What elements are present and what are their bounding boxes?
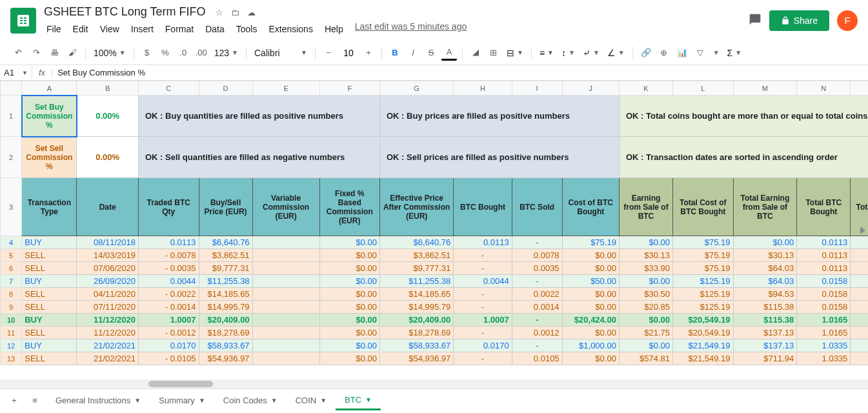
- formula-input[interactable]: Set Buy Commission %: [52, 66, 868, 79]
- cell[interactable]: SELL: [22, 262, 77, 275]
- column-header[interactable]: Transaction Type: [22, 178, 77, 236]
- cell[interactable]: $0.00: [619, 339, 672, 352]
- col-header-B[interactable]: B: [77, 81, 139, 96]
- redo-button[interactable]: ↷: [28, 45, 44, 61]
- document-title[interactable]: GSHEET BTC Long Term FIFO: [41, 4, 208, 20]
- col-header-C[interactable]: C: [139, 81, 199, 96]
- cell[interactable]: $0.00: [733, 236, 797, 249]
- dec-increase-button[interactable]: .00: [194, 45, 209, 61]
- col-header-K[interactable]: K: [619, 81, 672, 96]
- cell[interactable]: $0.00: [619, 314, 672, 327]
- cell-G1[interactable]: OK : Buy prices are filled as positive n…: [380, 96, 620, 137]
- font-size-minus[interactable]: −: [321, 45, 336, 61]
- cell[interactable]: [252, 352, 319, 365]
- cell[interactable]: 0.0022: [512, 288, 562, 301]
- sheet-tab-summary[interactable]: Summary ▼: [150, 391, 214, 410]
- cell[interactable]: 1.0165: [797, 327, 851, 339]
- cell[interactable]: 07/11/2020: [77, 301, 139, 314]
- cell[interactable]: 11/12/2020: [77, 327, 139, 339]
- cell[interactable]: $20,409.00: [199, 314, 252, 327]
- cell[interactable]: - 0.0014: [139, 301, 199, 314]
- cell[interactable]: [851, 301, 868, 314]
- sheet-tab-general-instructions[interactable]: General Instructions ▼: [46, 391, 150, 410]
- cell[interactable]: $0.00: [319, 339, 380, 352]
- col-header-E[interactable]: E: [252, 81, 319, 96]
- cell[interactable]: $64.03: [733, 262, 797, 275]
- col-header-M[interactable]: M: [733, 81, 797, 96]
- column-header[interactable]: Effective Price After Commission (EUR): [380, 178, 454, 236]
- col-header-L[interactable]: L: [673, 81, 734, 96]
- functions-button[interactable]: Σ▼: [725, 46, 745, 59]
- cell[interactable]: - 0.0022: [139, 288, 199, 301]
- cell[interactable]: $137.13: [733, 327, 797, 339]
- borders-button[interactable]: ⊞: [486, 45, 501, 61]
- cell[interactable]: $20,549.19: [673, 327, 734, 339]
- cell[interactable]: [252, 339, 319, 352]
- percent-button[interactable]: %: [157, 45, 173, 61]
- print-button[interactable]: 🖶: [46, 45, 62, 61]
- text-color-button[interactable]: A: [441, 45, 457, 61]
- cell[interactable]: $20.85: [619, 301, 672, 314]
- cell-A2[interactable]: Set Sell Commission %: [22, 137, 77, 178]
- cell[interactable]: $30.13: [733, 249, 797, 262]
- cell[interactable]: [851, 314, 868, 327]
- row-header[interactable]: 11: [1, 327, 22, 339]
- cell-C2[interactable]: OK : Sell quantities are filled as negat…: [139, 137, 380, 178]
- column-header[interactable]: Earning from Sale of BTC: [619, 178, 672, 236]
- sheet-tab-btc[interactable]: BTC ▼: [336, 391, 381, 410]
- cell[interactable]: $0.00: [319, 236, 380, 249]
- cell[interactable]: SELL: [22, 352, 77, 365]
- wrap-button[interactable]: ⤶▼: [580, 46, 602, 59]
- cell[interactable]: $20,424.00: [562, 314, 619, 327]
- row-header[interactable]: 10: [1, 314, 22, 327]
- paint-format-button[interactable]: 🖌: [65, 45, 80, 61]
- cell[interactable]: $0.00: [319, 249, 380, 262]
- merge-button[interactable]: ⊟▼: [504, 46, 526, 59]
- cell[interactable]: 0.0158: [797, 301, 851, 314]
- cell[interactable]: $0.00: [562, 327, 619, 339]
- cell[interactable]: $0.00: [319, 262, 380, 275]
- cell[interactable]: - 0.0078: [139, 249, 199, 262]
- cell[interactable]: $0.00: [619, 275, 672, 288]
- cell[interactable]: 08/11/2018: [77, 236, 139, 249]
- cloud-icon[interactable]: ☁: [247, 8, 256, 17]
- cell[interactable]: $125.19: [673, 275, 734, 288]
- cell[interactable]: $18,278.69: [380, 327, 454, 339]
- cell[interactable]: - 0.0012: [139, 327, 199, 339]
- font-size-plus[interactable]: +: [361, 45, 376, 61]
- cell-B1[interactable]: 0.00%: [77, 96, 139, 137]
- cell[interactable]: -: [512, 314, 562, 327]
- cell[interactable]: 0.0113: [797, 236, 851, 249]
- row-header[interactable]: 6: [1, 262, 22, 275]
- column-header[interactable]: Total BTC Bought: [797, 178, 851, 236]
- cell[interactable]: $30.50: [619, 288, 672, 301]
- column-header[interactable]: Date: [77, 178, 139, 236]
- cell[interactable]: BUY: [22, 275, 77, 288]
- sheet-tab-coin-codes[interactable]: Coin Codes ▼: [214, 391, 287, 410]
- cell[interactable]: [851, 339, 868, 352]
- cell[interactable]: $11,255.38: [199, 275, 252, 288]
- cell-B2[interactable]: 0.00%: [77, 137, 139, 178]
- cell[interactable]: BUY: [22, 236, 77, 249]
- cell[interactable]: -: [512, 236, 562, 249]
- col-header-G[interactable]: G: [380, 81, 454, 96]
- cell[interactable]: $0.00: [319, 327, 380, 339]
- filter-button[interactable]: ▽: [692, 45, 708, 61]
- scroll-right-icon[interactable]: [860, 227, 865, 234]
- cell[interactable]: $11,255.38: [380, 275, 454, 288]
- cell-K1[interactable]: OK : Total coins bought are more than or…: [619, 96, 868, 137]
- comment-history-icon[interactable]: [749, 13, 762, 28]
- cell[interactable]: $75.19: [673, 262, 734, 275]
- cell[interactable]: [252, 262, 319, 275]
- col-header-F[interactable]: F: [319, 81, 380, 96]
- cell[interactable]: [851, 327, 868, 339]
- cell[interactable]: SELL: [22, 249, 77, 262]
- cell[interactable]: $125.19: [673, 288, 734, 301]
- cell[interactable]: $14,995.79: [380, 301, 454, 314]
- cell[interactable]: -: [512, 339, 562, 352]
- star-icon[interactable]: ☆: [216, 8, 223, 17]
- cell[interactable]: 07/06/2020: [77, 262, 139, 275]
- cell[interactable]: $9,777.31: [380, 262, 454, 275]
- cell[interactable]: 21/02/2021: [77, 339, 139, 352]
- cell[interactable]: 0.0035: [512, 262, 562, 275]
